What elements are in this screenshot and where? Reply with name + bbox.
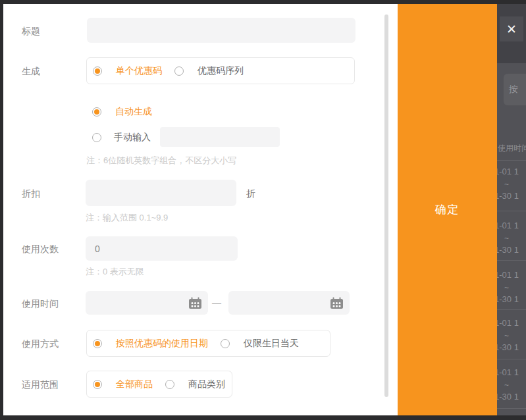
discount-label: 折扣 xyxy=(22,188,40,200)
auto-generate-row: 自动生成 xyxy=(92,106,152,118)
coupon-create-modal-screen: 标题 生成 单个优惠码 优惠码序列 自动生成 手动输入 注：6位随机英数字组合，… xyxy=(0,0,526,420)
usage-method-option-group: 按照优惠码的使用日期 仅限生日当天 xyxy=(86,330,330,357)
scope-option-group: 全部商品 商品类别 xyxy=(86,371,232,398)
discount-unit-suffix: 折 xyxy=(246,188,255,200)
title-input[interactable] xyxy=(87,18,355,43)
end-date-input[interactable] xyxy=(228,291,350,315)
radio-auto-generate[interactable] xyxy=(92,107,101,117)
dimmed-background-strip: ✕ 按 使用时间 1-01 1 ~ 1-30 1 1-01 1 ~ 1-30 1… xyxy=(497,4,526,415)
background-date-row: 1-01 1 ~ 1-30 1 xyxy=(497,367,526,402)
title-label: 标题 xyxy=(22,26,40,38)
date-tilde: ~ xyxy=(504,283,509,292)
background-date-row: 1-01 1 ~ 1-30 1 xyxy=(497,221,526,255)
start-date-input[interactable] xyxy=(86,291,208,315)
date-start: 1-01 1 xyxy=(497,318,519,328)
close-icon: ✕ xyxy=(506,22,517,37)
radio-product-category[interactable] xyxy=(165,380,174,389)
radio-manual-input-label[interactable]: 手动输入 xyxy=(114,132,151,144)
radio-single-coupon[interactable] xyxy=(93,66,102,76)
usage-method-label: 使用方式 xyxy=(22,338,59,350)
date-start: 1-01 1 xyxy=(497,221,519,230)
discount-note: 注：输入范围 0.1~9.9 xyxy=(86,212,168,224)
radio-all-products-label[interactable]: 全部商品 xyxy=(116,379,153,390)
date-end: 1-30 1 xyxy=(497,191,519,201)
date-start: 1-01 1 xyxy=(497,270,519,280)
row-divider xyxy=(497,408,526,409)
radio-birthday-only[interactable] xyxy=(221,339,230,348)
date-start: 1-01 1 xyxy=(497,167,519,176)
usage-count-label: 使用次数 xyxy=(22,244,59,255)
row-divider xyxy=(497,211,526,211)
manual-input-row: 手动输入 xyxy=(92,132,151,144)
row-divider xyxy=(497,260,526,261)
calendar-icon xyxy=(330,297,344,309)
form-scrollbar[interactable] xyxy=(384,14,388,397)
date-end: 1-30 1 xyxy=(497,342,519,352)
row-divider xyxy=(497,309,526,310)
radio-coupon-series[interactable] xyxy=(174,66,184,76)
close-button[interactable]: ✕ xyxy=(500,16,523,41)
calendar-icon xyxy=(188,297,202,309)
date-range-separator: — xyxy=(212,298,221,308)
scope-label: 适用范围 xyxy=(22,379,59,391)
radio-product-category-label[interactable]: 商品类别 xyxy=(188,379,225,390)
background-table-header: 使用时间 xyxy=(498,143,526,154)
date-start: 1-01 1 xyxy=(497,367,519,377)
date-tilde: ~ xyxy=(504,381,509,390)
background-date-row: 1-01 1 ~ 1-30 1 xyxy=(497,167,526,201)
row-divider xyxy=(497,359,526,359)
date-tilde: ~ xyxy=(504,180,509,189)
radio-by-usage-date-label[interactable]: 按照优惠码的使用日期 xyxy=(116,338,208,350)
background-date-row: 1-01 1 ~ 1-30 1 xyxy=(497,318,526,352)
radio-by-usage-date[interactable] xyxy=(93,339,102,348)
confirm-button[interactable]: 确定 xyxy=(398,4,497,415)
date-tilde: ~ xyxy=(504,331,509,340)
date-end: 1-30 1 xyxy=(497,245,519,255)
manual-code-input[interactable] xyxy=(160,127,280,147)
radio-auto-generate-label[interactable]: 自动生成 xyxy=(115,106,152,118)
date-tilde: ~ xyxy=(504,234,509,243)
radio-birthday-only-label[interactable]: 仅限生日当天 xyxy=(244,338,299,350)
generate-note: 注：6位随机英数字组合，不区分大小写 xyxy=(86,155,236,167)
background-date-row: 1-01 1 ~ 1-30 1 xyxy=(497,270,526,304)
usage-count-input[interactable] xyxy=(86,236,238,261)
generate-option-group: 单个优惠码 优惠码序列 xyxy=(86,57,355,84)
usage-count-note: 注：0 表示无限 xyxy=(86,266,144,278)
background-filter-button: 按 xyxy=(504,74,526,105)
discount-input[interactable] xyxy=(86,180,236,206)
usage-time-label: 使用时间 xyxy=(22,298,59,310)
background-filter-button-label: 按 xyxy=(509,84,518,95)
generate-label: 生成 xyxy=(22,66,40,78)
row-divider xyxy=(497,160,526,161)
radio-all-products[interactable] xyxy=(93,380,102,389)
date-end: 1-30 1 xyxy=(497,294,519,304)
radio-coupon-series-label[interactable]: 优惠码序列 xyxy=(197,65,244,77)
date-end: 1-30 1 xyxy=(497,392,519,402)
radio-manual-input[interactable] xyxy=(92,133,101,142)
radio-single-coupon-label[interactable]: 单个优惠码 xyxy=(116,65,162,77)
